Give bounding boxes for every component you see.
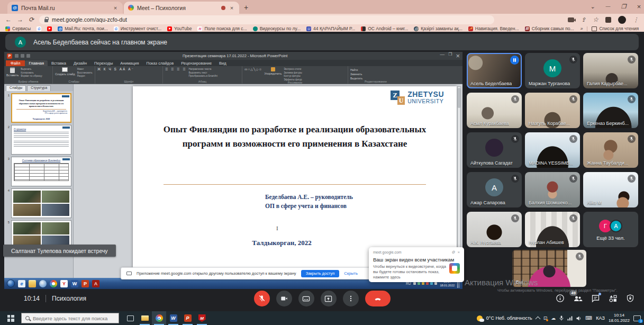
bookmark-search-field[interactable]: Поле поиска для с... [197, 26, 247, 31]
screen-shared-notification[interactable]: meet.google.com ⚙× Ваш экран виден всем … [369, 247, 464, 282]
word-taskbar-button[interactable] [166, 311, 180, 325]
leave-call-button[interactable] [365, 291, 391, 306]
url-field[interactable]: meet.google.com/aqu-zcfo-dut [39, 15, 494, 24]
tab-meet[interactable]: Meet – Психология [124, 2, 239, 14]
meeting-details-button[interactable] [556, 294, 565, 303]
close-icon[interactable]: × [458, 250, 460, 255]
new-tab-button[interactable] [240, 2, 252, 13]
participant-tile[interactable]: MADINA YESSIMB... [525, 132, 580, 168]
bookmark-services[interactable]: Сервисы [5, 26, 31, 31]
bookmark-star-icon[interactable] [593, 16, 598, 23]
participant-tile[interactable]: Галия Кадырбае... [583, 53, 638, 88]
present-button[interactable] [321, 291, 337, 306]
participant-tile[interactable]: Еркеназ Беркинб... [583, 93, 638, 128]
bookmark-youtube[interactable]: YouTube [167, 26, 192, 31]
bookmark-google[interactable] [37, 26, 41, 31]
tab-mail[interactable]: Почта Mail.ru [7, 2, 123, 14]
participant-tile[interactable]: А Ажар Сапарова [467, 172, 522, 207]
powerpoint-icon [184, 314, 192, 322]
participant-tile[interactable]: M Маржан Турганова [525, 53, 580, 88]
reload-icon[interactable] [29, 16, 34, 23]
bookmark-sbornik[interactable]: Сборник самых по... [525, 26, 574, 31]
bookmark-videocourses[interactable]: Видеокурсы по лу... [253, 26, 301, 31]
recording-indicator-icon [221, 6, 225, 10]
mic-off-icon [569, 56, 577, 64]
close-icon[interactable] [637, 3, 641, 11]
share-icon[interactable] [581, 16, 586, 23]
clock[interactable]: 10:14 18.01.2022 [609, 313, 630, 323]
ppt-window-controls [440, 52, 460, 60]
self-view-tile[interactable]: Вы [512, 250, 586, 287]
participant-tile[interactable]: Асель Беделбаева [467, 53, 522, 88]
mcafee-taskbar-button[interactable] [195, 311, 209, 325]
maximize-icon[interactable] [621, 3, 627, 10]
tab-close-icon[interactable] [112, 5, 119, 11]
minimize-icon[interactable] [606, 4, 611, 9]
ribbon-tab-design: Дизайн [70, 60, 90, 66]
profile-avatar[interactable] [618, 16, 626, 24]
start-button[interactable] [0, 311, 21, 325]
mic-tray-icon[interactable] [559, 315, 564, 321]
bookmark-44-karapaiym[interactable]: 44 ҚАРАПАЙЫМ Р... [306, 26, 355, 31]
back-icon[interactable] [5, 16, 12, 23]
mic-off-icon [511, 95, 519, 103]
mic-off-icon [628, 95, 636, 103]
task-view-button[interactable] [123, 311, 138, 325]
tab-close-icon[interactable] [229, 5, 235, 11]
participant-tile[interactable]: Айткулова Сагадат [467, 132, 522, 168]
bookmark-os-android[interactable]: ОС Android – книг... [361, 26, 408, 31]
screen-capture-icon[interactable]: ⊡ [543, 315, 548, 321]
keyboard-icon[interactable]: ⌨ [585, 315, 592, 321]
search-input[interactable] [33, 315, 112, 321]
powerpoint-taskbar-button[interactable] [180, 311, 195, 325]
volume-icon[interactable] [576, 316, 582, 321]
settings-gear-icon[interactable]: ⚙ [451, 250, 455, 255]
captions-button[interactable] [298, 291, 314, 306]
participant-tile[interactable]: Жанна Таубалди... [583, 132, 638, 168]
extensions-icon[interactable] [605, 17, 611, 23]
chat-button[interactable] [591, 294, 600, 303]
participant-tile[interactable]: Асыл Куракбаева [467, 93, 522, 128]
overflow-tile[interactable]: ГА Ещё 33 чел. [583, 212, 638, 247]
mic-toggle-button[interactable] [254, 291, 270, 306]
bookmark-navigation[interactable]: Навигация. Введен... [468, 26, 519, 31]
participants-button[interactable]: 49 [573, 294, 583, 303]
participant-tile[interactable]: Нурлан Абишев [525, 212, 580, 247]
language-indicator[interactable]: КАЗ [596, 315, 605, 321]
bookmark-kazirgi[interactable]: Қазіргі заманғы ақ... [414, 26, 462, 31]
chrome-taskbar-button[interactable] [152, 311, 166, 325]
host-controls-button[interactable] [626, 294, 634, 303]
tray-expand-icon[interactable] [535, 317, 540, 322]
activities-button[interactable] [609, 294, 618, 303]
participant-tile[interactable]: Aiko M [583, 172, 638, 207]
u-icon [306, 26, 311, 31]
ribbon-tab-insert: Вставка [48, 60, 70, 66]
onedrive-cloud-icon[interactable]: ☁ [551, 315, 556, 321]
bookmark-mailru[interactable]: Mail.Ru: почта, пои... [58, 26, 108, 31]
mic-off-icon [511, 175, 519, 183]
system-tray: 0°С Неб. облачность ⊡ ☁ ⌨ КАЗ 10:14 18.0… [477, 313, 644, 323]
bookmark-youtube-icon-only[interactable] [47, 26, 52, 31]
action-center-icon[interactable]: 3 [633, 315, 641, 321]
browser-menu-icon[interactable] [633, 16, 639, 23]
participant-tile[interactable]: А.К. Нуртаева [467, 212, 522, 247]
reading-list-button[interactable]: Список для чтения [592, 26, 639, 31]
file-explorer-button[interactable] [138, 311, 152, 325]
network-icon[interactable] [567, 316, 573, 321]
camera-toggle-button[interactable] [276, 291, 292, 306]
weather-text[interactable]: 0°С Неб. облачность [486, 315, 532, 321]
taskbar-search[interactable] [21, 313, 119, 323]
forward-icon[interactable] [17, 16, 23, 23]
participant-tile[interactable]: Балхия Шомшеко... [525, 172, 580, 207]
more-options-button[interactable] [343, 291, 359, 306]
participant-tile[interactable]: Назгуль Корабае... [525, 93, 580, 128]
globe-icon [414, 26, 419, 31]
bookmark-cleaner[interactable]: Инструмент очист... [114, 26, 161, 31]
bookmarks-overflow-icon[interactable] [580, 26, 583, 31]
mic-off-icon [511, 135, 519, 143]
quick-access-toolbar [15, 54, 30, 58]
lock-icon[interactable] [44, 19, 48, 22]
weather-icon[interactable] [477, 315, 483, 321]
chevron-down-icon[interactable] [590, 3, 595, 10]
tab-capture-icon[interactable] [568, 17, 574, 22]
